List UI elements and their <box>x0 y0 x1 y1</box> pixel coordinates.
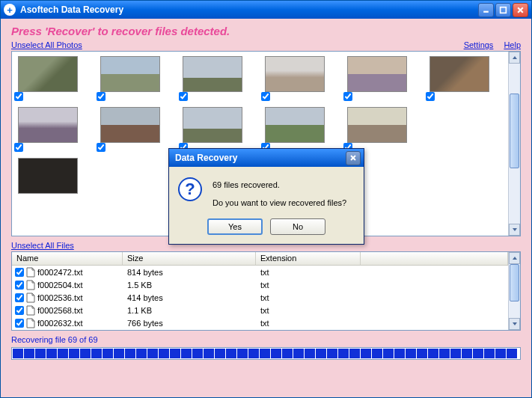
progress-segment <box>417 349 427 358</box>
progress-segment <box>293 349 304 358</box>
progress-segment <box>507 349 517 358</box>
scroll-up-icon[interactable] <box>509 252 520 264</box>
file-name: f0002536.txt <box>37 293 83 302</box>
progress-segment <box>383 349 394 358</box>
help-link[interactable]: Help <box>504 40 521 49</box>
photo-checkbox[interactable] <box>426 92 435 101</box>
photo-item[interactable] <box>183 107 242 143</box>
progress-segment <box>226 349 236 358</box>
photo-item[interactable] <box>265 107 325 143</box>
scroll-down-icon[interactable] <box>509 224 520 236</box>
photos-vertical-scrollbar[interactable] <box>508 52 520 236</box>
progress-segment <box>170 349 180 358</box>
dialog-close-button[interactable] <box>346 151 361 165</box>
file-icon <box>26 267 35 278</box>
close-button[interactable] <box>513 3 528 17</box>
column-header-extension[interactable]: Extension <box>256 252 361 265</box>
table-row[interactable]: f0002536.txt414 bytestxt <box>12 291 508 304</box>
file-checkbox[interactable] <box>15 306 24 315</box>
dialog-title: Data Recovery <box>175 153 346 163</box>
unselect-all-files-link[interactable]: Unselect All Files <box>11 241 74 250</box>
progress-segment <box>147 349 158 358</box>
file-ext: txt <box>256 306 361 315</box>
scroll-down-icon[interactable] <box>509 318 520 330</box>
progress-segment <box>248 349 259 358</box>
progress-segment <box>428 349 438 358</box>
file-checkbox[interactable] <box>15 268 24 277</box>
progress-segment <box>282 349 293 358</box>
question-icon: ? <box>178 177 202 201</box>
file-name: f0002472.txt <box>37 268 83 277</box>
progress-segment <box>484 349 495 358</box>
file-checkbox[interactable] <box>15 319 24 328</box>
photo-item[interactable] <box>100 56 160 92</box>
scroll-up-icon[interactable] <box>509 52 520 64</box>
file-ext: txt <box>256 268 361 277</box>
column-header-size[interactable]: Size <box>123 252 256 265</box>
file-size: 1.1 KB <box>123 306 256 315</box>
settings-link[interactable]: Settings <box>464 40 494 49</box>
progress-segment <box>46 349 57 358</box>
photo-item[interactable] <box>347 107 407 143</box>
progress-segment <box>237 349 248 358</box>
photo-item[interactable] <box>18 107 78 143</box>
file-size: 766 bytes <box>123 319 256 328</box>
progress-segment <box>338 349 349 358</box>
minimize-button[interactable] <box>478 3 494 17</box>
photo-item[interactable] <box>347 56 407 92</box>
photo-checkbox[interactable] <box>261 92 270 101</box>
progress-segment <box>192 349 203 358</box>
file-ext: txt <box>256 281 361 290</box>
app-icon: + <box>4 4 16 16</box>
photo-item[interactable] <box>100 107 160 143</box>
file-icon <box>26 280 35 290</box>
file-size: 814 bytes <box>123 268 256 277</box>
scrollbar-thumb[interactable] <box>510 94 519 168</box>
table-row[interactable]: f0002504.txt1.5 KBtxt <box>12 278 508 291</box>
progress-segment <box>69 349 79 358</box>
column-header-name[interactable]: Name <box>12 252 123 265</box>
titlebar[interactable]: + Asoftech Data Recovery <box>1 1 531 19</box>
file-name: f0002504.txt <box>37 281 83 290</box>
file-checkbox[interactable] <box>15 293 24 302</box>
unselect-all-photos-link[interactable]: Unselect All Photos <box>11 40 82 49</box>
dialog-line1: 69 files recovered. <box>213 179 346 192</box>
photo-checkbox[interactable] <box>97 92 106 101</box>
status-text: Recovering file 69 of 69 <box>11 335 521 344</box>
file-checkbox[interactable] <box>15 281 24 290</box>
progress-segment <box>91 349 102 358</box>
files-vertical-scrollbar[interactable] <box>508 252 520 330</box>
progress-segment <box>181 349 192 358</box>
progress-segment <box>394 349 405 358</box>
file-name: f0002568.txt <box>37 306 83 315</box>
table-row[interactable]: f0002568.txt1.1 KBtxt <box>12 304 508 316</box>
no-button[interactable]: No <box>270 218 325 235</box>
files-table: Name Size Extension f0002472.txt814 byte… <box>12 252 508 330</box>
photo-checkbox[interactable] <box>14 92 23 101</box>
files-panel: Name Size Extension f0002472.txt814 byte… <box>11 251 521 331</box>
file-ext: txt <box>256 293 361 302</box>
column-header-blank <box>361 252 508 265</box>
table-row[interactable]: f0002632.txt766 bytestxt <box>12 316 508 329</box>
progress-segment <box>35 349 46 358</box>
photo-checkbox[interactable] <box>179 92 188 101</box>
photo-item[interactable] <box>265 56 325 92</box>
maximize-button[interactable] <box>495 3 511 17</box>
photo-checkbox[interactable] <box>343 92 352 101</box>
yes-button[interactable]: Yes <box>207 218 263 235</box>
table-row[interactable]: f0002472.txt814 bytestxt <box>12 266 508 278</box>
photo-item[interactable] <box>429 56 489 92</box>
scrollbar-thumb[interactable] <box>510 264 519 301</box>
progress-segment <box>316 349 326 358</box>
photo-checkbox[interactable] <box>97 143 106 152</box>
photo-item[interactable] <box>18 56 78 92</box>
progress-segment <box>450 349 461 358</box>
app-window: + Asoftech Data Recovery Press 'Recover'… <box>0 0 532 398</box>
dialog-titlebar[interactable]: Data Recovery <box>169 149 364 167</box>
progress-segment <box>305 349 315 358</box>
photo-item[interactable] <box>183 56 242 92</box>
photo-item[interactable] <box>18 158 78 194</box>
photo-checkbox[interactable] <box>14 143 23 152</box>
progress-segment <box>136 349 147 358</box>
progress-segment <box>24 349 34 358</box>
